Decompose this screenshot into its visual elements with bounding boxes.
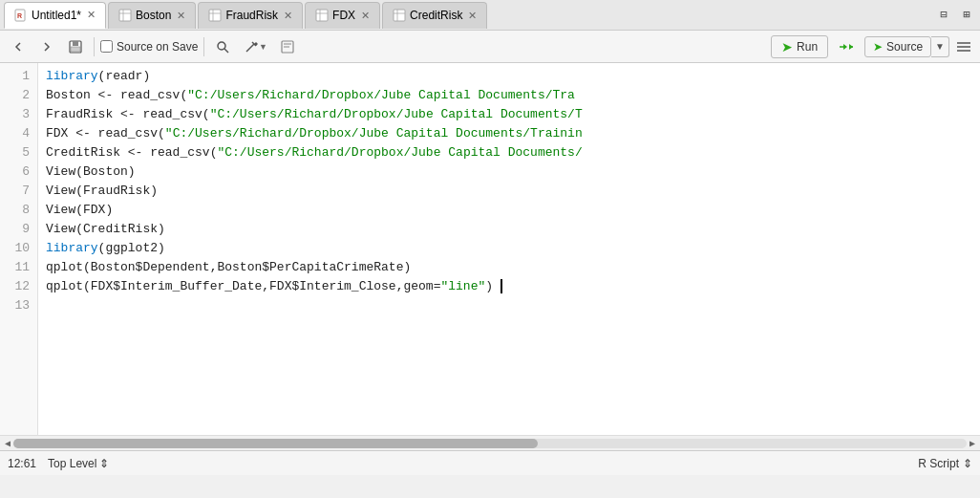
status-bar: 12:61 Top Level ⇕ R Script ⇕	[0, 450, 980, 475]
tab-creditrisk[interactable]: CreditRisk ✕	[382, 2, 487, 29]
svg-rect-16	[71, 47, 80, 52]
tab-fraudrisk-close[interactable]: ✕	[284, 10, 292, 22]
line-numbers: 1 2 3 4 5 6 7 8 9 10 11 12 13	[0, 63, 38, 435]
run-arrow-icon: ➤	[781, 39, 793, 54]
forward-icon	[39, 39, 54, 54]
editor-content[interactable]: 1 2 3 4 5 6 7 8 9 10 11 12 13 library(re…	[0, 63, 980, 435]
code-line-13	[46, 296, 972, 315]
table-icon-fdx	[315, 9, 329, 22]
line-num-13: 13	[8, 296, 30, 315]
rerun-icon	[838, 39, 855, 54]
line-num-8: 8	[8, 201, 30, 220]
tab-boston-label: Boston	[136, 9, 171, 22]
line-num-11: 11	[8, 258, 30, 277]
tab-untitled1-label: Untitled1*	[32, 9, 81, 22]
line-num-7: 7	[8, 182, 30, 201]
svg-point-17	[218, 42, 225, 50]
code-line-7: View(FraudRisk)	[46, 182, 972, 201]
code-line-3: FraudRisk <- read_csv("C:/Users/Richard/…	[46, 105, 972, 124]
run-button[interactable]: ➤ Run	[771, 35, 828, 58]
line-num-6: 6	[8, 162, 30, 182]
kw-library-10: library	[46, 241, 98, 255]
source-on-save-checkbox[interactable]	[100, 40, 113, 53]
code-line-1: library(readr)	[46, 67, 972, 86]
tab-bar: R Untitled1* ✕ Boston ✕ FraudRisk ✕ FDX	[0, 0, 980, 31]
svg-rect-8	[316, 10, 328, 21]
run-label: Run	[797, 40, 818, 54]
code-line-11: qplot(Boston$Dependent,Boston$PerCapitaC…	[46, 258, 972, 277]
editor: 1 2 3 4 5 6 7 8 9 10 11 12 13 library(re…	[0, 63, 980, 450]
source-btn-group: ➤ Source ▼	[864, 36, 949, 57]
code-line-9: View(CreditRisk)	[46, 220, 972, 239]
scroll-left-button[interactable]: ◀	[2, 438, 13, 449]
code-line-8: View(FDX)	[46, 201, 972, 220]
line-num-3: 3	[8, 105, 30, 124]
code-line-12: qplot(FDX$Interim_Buffer_Date,FDX$Interi…	[46, 277, 972, 296]
code-editor[interactable]: library(readr) Boston <- read_csv("C:/Us…	[38, 63, 980, 435]
scroll-right-button[interactable]: ▶	[967, 438, 978, 449]
hamburger-button[interactable]	[953, 34, 974, 59]
svg-line-19	[246, 44, 254, 52]
forward-button[interactable]	[34, 34, 59, 59]
source-label: Source	[886, 40, 923, 54]
r-script-icon: R	[14, 9, 28, 22]
source-button[interactable]: ➤ Source	[864, 36, 931, 57]
code-line-10: library(ggplot2)	[46, 239, 972, 258]
tab-fdx-label: FDX	[332, 9, 355, 22]
wand-icon	[244, 39, 259, 54]
toolbar: Source on Save ▼ ➤ Run	[0, 31, 980, 63]
scrollbar-track[interactable]	[13, 439, 967, 448]
line-num-4: 4	[8, 124, 30, 143]
hamburger-icon	[955, 39, 972, 54]
scrollbar-thumb[interactable]	[13, 439, 538, 448]
horizontal-scrollbar[interactable]: ◀ ▶	[0, 435, 980, 450]
tab-creditrisk-label: CreditRisk	[410, 9, 462, 22]
search-button[interactable]	[210, 34, 235, 59]
kw-library-1: library	[46, 69, 98, 83]
level-dropdown-icon: ⇕	[99, 457, 109, 470]
line-num-10: 10	[8, 239, 30, 258]
back-button[interactable]	[6, 34, 31, 59]
re-run-button[interactable]	[832, 34, 861, 59]
maximize-btn[interactable]: ⊞	[957, 6, 976, 25]
source-dropdown-button[interactable]: ▼	[931, 36, 949, 57]
status-right: R Script ⇕	[918, 457, 972, 470]
line-num-5: 5	[8, 143, 30, 162]
save-button[interactable]	[63, 34, 88, 59]
level-selector[interactable]: Top Level ⇕	[48, 457, 109, 470]
tab-untitled1-close[interactable]: ✕	[87, 9, 96, 21]
line-num-12: 12	[8, 277, 30, 296]
script-type: R Script	[918, 457, 959, 470]
tab-boston-close[interactable]: ✕	[177, 10, 185, 22]
tab-fdx-close[interactable]: ✕	[361, 10, 370, 22]
compile-button[interactable]	[275, 34, 300, 59]
tools-button[interactable]: ▼	[239, 34, 271, 59]
toolbar-right: ➤ Run ➤ Source ▼	[771, 34, 974, 59]
line-num-1: 1	[8, 67, 30, 86]
svg-text:R: R	[17, 12, 22, 19]
line-num-9: 9	[8, 220, 30, 239]
tab-creditrisk-close[interactable]: ✕	[468, 10, 477, 22]
tools-dropdown-arrow: ▼	[259, 42, 267, 52]
compile-icon	[280, 39, 295, 54]
script-type-dropdown-icon[interactable]: ⇕	[963, 457, 972, 470]
tab-boston[interactable]: Boston ✕	[108, 2, 196, 29]
save-icon	[68, 39, 83, 54]
source-on-save-label: Source on Save	[117, 40, 198, 54]
svg-rect-11	[394, 10, 405, 21]
table-icon-boston	[118, 9, 132, 22]
code-line-5: CreditRisk <- read_csv("C:/Users/Richard…	[46, 143, 972, 162]
level-label: Top Level	[48, 457, 96, 470]
source-arrow-icon: ➤	[873, 40, 883, 54]
cursor-position: 12:61	[8, 457, 36, 470]
source-on-save-checkbox-label[interactable]: Source on Save	[100, 40, 198, 54]
tab-fraudrisk[interactable]: FraudRisk ✕	[198, 2, 303, 29]
svg-rect-5	[209, 10, 221, 21]
table-icon-creditrisk	[393, 9, 406, 22]
tab-fdx[interactable]: FDX ✕	[305, 2, 380, 29]
back-icon	[11, 39, 26, 54]
line-num-2: 2	[8, 86, 30, 105]
minimize-btn[interactable]: ⊟	[934, 6, 953, 25]
table-icon-fraudrisk	[208, 9, 222, 22]
tab-untitled1[interactable]: R Untitled1* ✕	[4, 2, 106, 29]
